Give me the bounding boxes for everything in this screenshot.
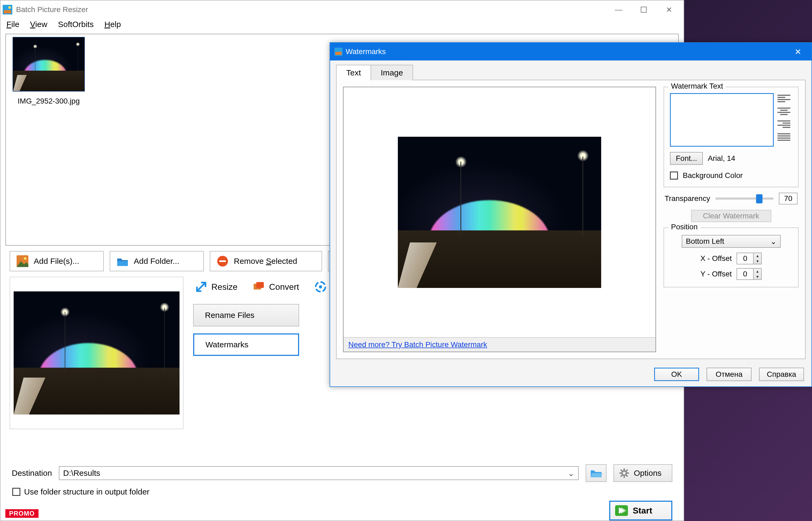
tab-convert-label: Convert	[269, 282, 299, 292]
cancel-button[interactable]: Отмена	[706, 368, 751, 381]
rename-files-button[interactable]: AB Rename Files	[193, 304, 299, 326]
remove-selected-label: Remove Selected	[234, 257, 297, 266]
dialog-close-button[interactable]: ✕	[788, 45, 807, 58]
upsell-link[interactable]: Need more? Try Batch Picture Watermark	[348, 340, 487, 349]
x-offset-value[interactable]	[737, 253, 754, 264]
thumbnail-image[interactable]	[13, 37, 85, 92]
watermarks-label: Watermarks	[206, 340, 249, 349]
x-offset-spinner[interactable]: ▲▼	[737, 253, 762, 264]
promo-badge[interactable]: PROMO	[5, 509, 39, 518]
app-icon	[3, 5, 12, 15]
tab-resize[interactable]: Resize	[188, 277, 245, 297]
options-label: Options	[634, 469, 662, 478]
watermark-controls: Watermark Text Font... Arial, 14	[664, 87, 798, 352]
tab-text[interactable]: Text	[336, 65, 371, 80]
watermark-preview-image	[398, 137, 601, 288]
resize-icon	[195, 281, 207, 293]
tab-convert[interactable]: Convert	[246, 277, 306, 297]
svg-point-11	[319, 285, 322, 289]
photo-icon	[17, 255, 28, 267]
destination-combo[interactable]: D:\Results ⌄	[59, 466, 579, 480]
chevron-down-icon: ⌄	[568, 469, 574, 478]
add-files-label: Add File(s)...	[34, 257, 79, 266]
transparency-value[interactable]	[779, 192, 797, 204]
watermarks-button[interactable]: A Watermarks	[193, 334, 299, 356]
preview-image	[14, 291, 180, 414]
x-offset-label: X - Offset	[700, 254, 732, 263]
add-folder-label: Add Folder...	[134, 257, 179, 266]
main-titlebar: Batch Picture Resizer — ✕	[1, 1, 683, 19]
maximize-button[interactable]	[631, 2, 656, 17]
spin-up-icon[interactable]: ▲	[754, 253, 761, 258]
menu-file[interactable]: File	[6, 20, 19, 29]
close-button[interactable]: ✕	[656, 2, 681, 17]
background-color-label: Background Color	[683, 171, 743, 180]
remove-selected-button[interactable]: Remove Selected	[210, 251, 322, 271]
position-combo[interactable]: Bottom Left ⌄	[682, 235, 781, 248]
spin-up-icon[interactable]: ▲	[754, 269, 761, 274]
tab-image[interactable]: Image	[371, 65, 413, 80]
svg-rect-27	[335, 52, 342, 55]
position-legend: Position	[668, 223, 700, 231]
align-justify-icon[interactable]	[778, 132, 790, 142]
add-files-button[interactable]: Add File(s)...	[9, 251, 104, 271]
menu-softorbits[interactable]: SoftOrbits	[58, 20, 94, 29]
browse-folder-button[interactable]	[586, 464, 606, 482]
align-left-icon[interactable]	[778, 93, 790, 104]
dialog-tabs: Text Image	[336, 64, 806, 80]
y-offset-spinner[interactable]: ▲▼	[737, 268, 762, 280]
folder-structure-checkbox[interactable]	[12, 488, 20, 496]
align-right-icon[interactable]	[778, 119, 790, 130]
ok-button[interactable]: OK	[654, 368, 699, 381]
folder-structure-label: Use folder structure in output folder	[24, 487, 149, 496]
font-description: Arial, 14	[707, 154, 735, 163]
position-group: Position Bottom Left ⌄ X - Offset ▲▼ Y -…	[664, 227, 798, 287]
add-folder-button[interactable]: Add Folder...	[110, 251, 204, 271]
app-title: Batch Picture Resizer	[16, 5, 88, 14]
minimize-button[interactable]: —	[606, 2, 631, 17]
svg-line-23	[626, 470, 628, 471]
target-icon	[315, 281, 326, 293]
svg-line-24	[621, 475, 622, 477]
svg-line-21	[621, 470, 622, 471]
transparency-label: Transparency	[665, 194, 710, 203]
gallery-item[interactable]: IMG_2952-300.jpg	[8, 37, 89, 106]
background-color-checkbox[interactable]	[670, 172, 678, 180]
font-button[interactable]: Font...	[670, 152, 703, 165]
dialog-titlebar: Watermarks ✕	[330, 43, 811, 61]
options-button[interactable]: Options	[613, 464, 672, 482]
y-offset-label: Y - Offset	[700, 270, 732, 278]
svg-rect-9	[256, 282, 264, 288]
align-center-icon[interactable]	[778, 106, 790, 117]
convert-icon	[253, 281, 265, 293]
destination-value: D:\Results	[63, 469, 100, 478]
spin-down-icon[interactable]: ▼	[754, 258, 761, 264]
svg-rect-7	[219, 260, 226, 262]
spin-down-icon[interactable]: ▼	[754, 274, 761, 279]
dialog-button-row: OK Отмена Справка	[330, 362, 811, 386]
position-value: Bottom Left	[686, 237, 724, 246]
destination-label: Destination	[12, 469, 52, 478]
svg-rect-1	[4, 10, 11, 14]
chevron-down-icon: ⌄	[770, 237, 776, 246]
transparency-slider[interactable]	[715, 198, 773, 200]
remove-icon	[217, 255, 229, 267]
folder-open-icon	[590, 468, 602, 478]
destination-row: Destination D:\Results ⌄ Options	[5, 463, 679, 483]
thumbnail-filename: IMG_2952-300.jpg	[18, 97, 80, 106]
dialog-app-icon	[334, 48, 343, 56]
y-offset-value[interactable]	[737, 268, 754, 280]
dialog-title: Watermarks	[346, 47, 386, 56]
watermark-preview-frame: Need more? Try Batch Picture Watermark	[343, 87, 656, 352]
start-button[interactable]: Start	[609, 501, 672, 520]
help-button[interactable]: Справка	[759, 368, 804, 381]
watermark-text-input[interactable]	[670, 93, 774, 146]
watermarks-dialog: Watermarks ✕ Text Image Need more? Try B…	[330, 42, 812, 387]
menu-view[interactable]: View	[30, 20, 47, 29]
gear-icon	[619, 468, 629, 478]
menu-help[interactable]: Help	[105, 20, 121, 29]
watermark-text-group: Watermark Text Font... Arial, 14	[664, 87, 798, 187]
start-label: Start	[633, 506, 652, 516]
play-icon	[615, 505, 628, 516]
svg-line-22	[626, 475, 628, 477]
